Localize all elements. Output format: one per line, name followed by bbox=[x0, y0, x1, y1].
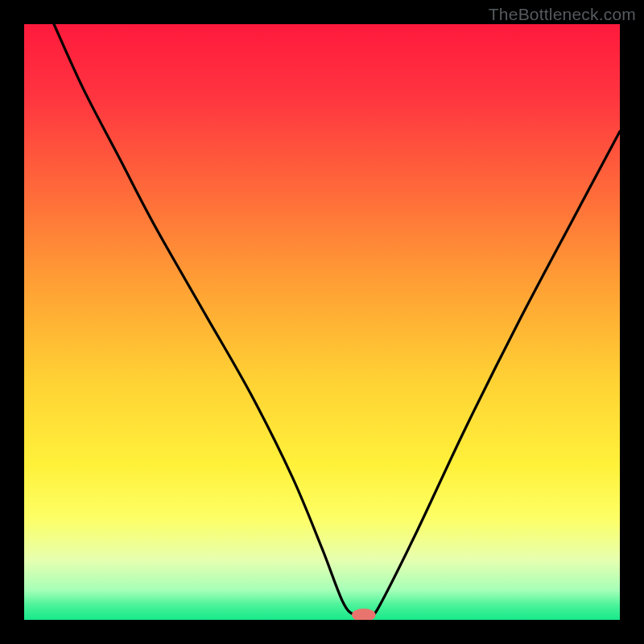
chart-frame: TheBottleneck.com bbox=[0, 0, 644, 644]
watermark-text: TheBottleneck.com bbox=[489, 5, 636, 24]
gradient-background bbox=[24, 24, 620, 620]
plot-area bbox=[24, 24, 620, 620]
bottleneck-chart bbox=[24, 24, 620, 620]
